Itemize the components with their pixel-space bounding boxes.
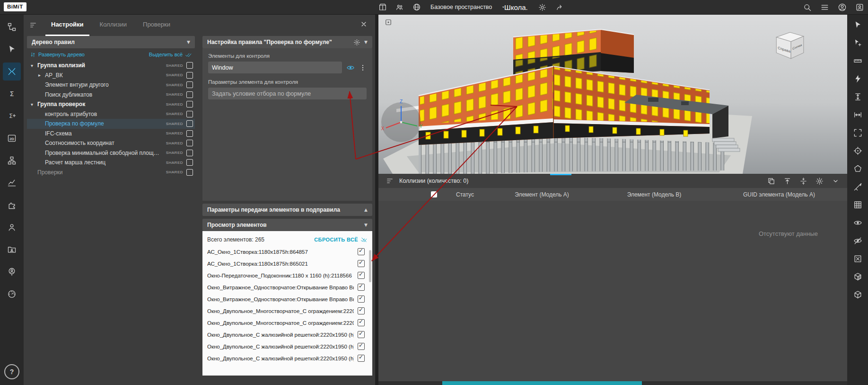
section-cube-tool[interactable] xyxy=(850,270,865,283)
element-checkbox[interactable] xyxy=(358,355,365,362)
tree-item[interactable]: Соотносимость координат SHARED xyxy=(27,138,195,148)
select-node-tool[interactable] xyxy=(3,40,21,58)
tree-checkbox[interactable] xyxy=(186,130,193,137)
close-icon[interactable] xyxy=(360,20,368,28)
rules-tree-header[interactable]: Дерево правил ▼ xyxy=(27,36,195,48)
share-icon[interactable] xyxy=(556,3,564,11)
select-all-checkbox[interactable] xyxy=(431,191,437,197)
expand-tree-link[interactable]: Развернуть дерево xyxy=(30,52,85,58)
element-checkbox[interactable] xyxy=(358,319,365,326)
element-checkbox[interactable] xyxy=(358,331,365,338)
search-icon[interactable] xyxy=(803,3,812,12)
column-header[interactable]: GUID элемента (Модель А) xyxy=(711,191,847,198)
column-header[interactable]: Статус xyxy=(444,191,486,198)
select-all-link[interactable]: Выделить всё xyxy=(149,51,192,58)
tree-checkbox[interactable] xyxy=(186,91,193,98)
element-list-item[interactable]: АС_Окно_1Створка:1180х1875h:865021 xyxy=(207,258,368,269)
team-icon[interactable] xyxy=(395,3,404,11)
rule-settings-header[interactable]: Настройка правила "Проверка по формуле" … xyxy=(202,36,372,48)
element-checkbox[interactable] xyxy=(358,307,365,314)
tree-item[interactable]: Проверка минимальной свободной площади с… xyxy=(27,148,195,158)
tree-item[interactable]: Проверка по формуле SHARED xyxy=(27,119,195,129)
account-circle-icon[interactable] xyxy=(838,3,847,12)
sigma-plus-tool[interactable]: Σ xyxy=(3,107,21,125)
tab-1[interactable]: Коллизии xyxy=(94,14,132,36)
collision-tool[interactable] xyxy=(3,63,21,81)
menu-list-icon[interactable] xyxy=(820,3,829,12)
tree-item[interactable]: ▸ АР_ВК SHARED xyxy=(27,71,195,81)
cut-knife-tool[interactable] xyxy=(850,180,865,193)
formula-condition-input[interactable] xyxy=(208,88,367,99)
shared-folder-tool[interactable] xyxy=(3,241,21,259)
element-list-item[interactable]: Окно_Двупольное_С жалюзийной решеткой:22… xyxy=(207,340,368,352)
caret-down-icon[interactable]: ▼ xyxy=(364,40,368,45)
panel-menu-icon[interactable] xyxy=(29,21,37,29)
measure-vertical-tool[interactable] xyxy=(850,90,865,103)
navigation-cube[interactable]: Справа Схема xyxy=(772,27,807,63)
user-badge-icon[interactable] xyxy=(855,3,864,12)
scrollbar-thumb[interactable] xyxy=(442,381,642,385)
element-list-item[interactable]: Окно_Двупольное_Многостворчатое_С огражд… xyxy=(207,317,368,329)
user-location-tool[interactable] xyxy=(3,263,21,281)
hierarchy-tool[interactable] xyxy=(3,152,21,170)
workspace-selector[interactable]: Базовое пространство xyxy=(430,4,492,10)
tree-checkbox[interactable] xyxy=(186,111,193,117)
multi-select-tool[interactable] xyxy=(850,36,865,49)
help-button[interactable]: ? xyxy=(4,364,19,379)
tree-checkbox[interactable] xyxy=(186,140,193,146)
settings-gear-icon[interactable] xyxy=(353,39,360,46)
polygon-select-tool[interactable] xyxy=(850,162,865,175)
model-viewport[interactable]: Z X Y Справа Схема xyxy=(378,14,847,174)
element-checkbox[interactable] xyxy=(358,343,365,350)
horizontal-scrollbar[interactable] xyxy=(378,381,847,385)
element-list-item[interactable]: АС_Окно_1Створка:1180х1875h:864857 xyxy=(207,246,368,258)
transfer-params-header[interactable]: Параметры передачи элементов в подправил… xyxy=(202,204,372,216)
element-list-item[interactable]: Окно_Двупольное_С жалюзийной решеткой:22… xyxy=(207,329,368,340)
chart-tool[interactable] xyxy=(3,174,21,192)
settings-gear-icon[interactable] xyxy=(815,177,824,185)
frame-2d-tool[interactable] xyxy=(850,126,865,139)
dashboard-gauge-tool[interactable] xyxy=(3,285,21,303)
hide-box-tool[interactable] xyxy=(850,252,865,265)
tree-item[interactable]: Поиск дубликатов SHARED xyxy=(27,90,195,100)
tree-checkbox[interactable] xyxy=(186,150,193,156)
ruler-tool[interactable] xyxy=(850,54,865,67)
sigma-tool[interactable]: Σ xyxy=(3,85,21,103)
expander-icon[interactable]: ▾ xyxy=(31,102,37,107)
tree-checkbox[interactable] xyxy=(186,72,193,79)
eye-icon[interactable] xyxy=(346,63,355,72)
user-tool[interactable] xyxy=(3,218,21,236)
tree-checkbox[interactable] xyxy=(186,169,193,176)
view-2d-tool[interactable]: 2D xyxy=(3,129,21,147)
reset-all-button[interactable]: СБРОСИТЬ ВСЁ xyxy=(314,236,368,243)
tab-0[interactable]: Настройки xyxy=(45,14,89,36)
distribute-icon[interactable] xyxy=(799,177,807,185)
globe-icon[interactable] xyxy=(412,3,421,11)
column-header[interactable]: Элемент (Модель А) xyxy=(486,191,597,198)
tab-2[interactable]: Проверки xyxy=(137,14,176,36)
tree-item[interactable]: Проверки SHARED xyxy=(27,168,195,178)
tree-checkbox[interactable] xyxy=(186,81,193,88)
elements-filter-input[interactable] xyxy=(208,62,342,73)
panel-menu-icon[interactable] xyxy=(386,177,394,185)
tree-item[interactable]: IFC-схема SHARED xyxy=(27,129,195,139)
element-checkbox[interactable] xyxy=(358,284,365,291)
expander-icon[interactable]: ▸ xyxy=(38,72,45,78)
tree-checkbox[interactable] xyxy=(186,62,193,69)
list-scrollbar[interactable] xyxy=(369,250,371,282)
target-center-tool[interactable] xyxy=(850,144,865,157)
tree-checkbox[interactable] xyxy=(186,101,193,107)
tree-item[interactable]: контроль атрибутов SHARED xyxy=(27,109,195,119)
focus-frame-icon[interactable] xyxy=(384,18,393,27)
measure-horizontal-tool[interactable] xyxy=(850,108,865,121)
expander-icon[interactable]: ▾ xyxy=(31,63,37,68)
plugins-puzzle-tool[interactable] xyxy=(3,196,21,214)
settings-gear-icon[interactable] xyxy=(538,3,546,11)
tree-item[interactable]: Расчет марша лестниц SHARED xyxy=(27,158,195,168)
tree-item[interactable]: Элемент внтури другого SHARED xyxy=(27,80,195,90)
hide-eye-off-tool[interactable] xyxy=(850,234,865,247)
element-list-item[interactable]: Окно-Передаточное_Подоконник:1180 х 1160… xyxy=(207,269,368,281)
column-header[interactable]: Элемент (Модель В) xyxy=(597,191,711,198)
element-list-item[interactable]: Окно_Витражное_Одностворчатое:Открывание… xyxy=(207,281,368,293)
chevron-down-icon[interactable] xyxy=(832,177,840,185)
